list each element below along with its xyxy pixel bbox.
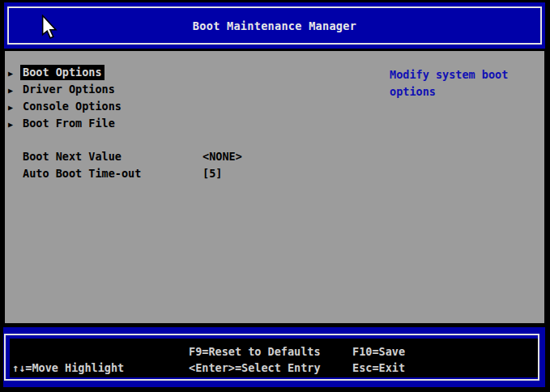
right-arrow-icon: ▶ xyxy=(8,100,13,114)
hint-exit: Esc=Exit xyxy=(352,361,405,374)
bios-screen: Boot Maintenance Manager ▶ Boot Options … xyxy=(0,0,550,392)
menu-item-label: Driver Options xyxy=(23,83,115,96)
page-title: Boot Maintenance Manager xyxy=(193,19,356,32)
title-bar: Boot Maintenance Manager xyxy=(4,2,545,49)
help-text: Modify system boot options xyxy=(390,66,518,100)
mouse-cursor-icon xyxy=(41,15,58,42)
field-label: Auto Boot Time-out xyxy=(23,167,141,181)
menu-item-console-options[interactable]: ▶ Console Options xyxy=(5,100,544,114)
right-arrow-icon: ▶ xyxy=(8,83,13,97)
field-value: <NONE> xyxy=(203,150,242,164)
footer-bar: ↑↓=Move Highlight F9=Reset to Defaults <… xyxy=(3,327,545,387)
hint-select-entry: <Enter>=Select Entry xyxy=(189,361,321,374)
field-boot-next-value[interactable]: Boot Next Value <NONE> xyxy=(5,150,544,164)
field-auto-boot-timeout[interactable]: Auto Boot Time-out [5] xyxy=(5,167,544,181)
hint-reset-defaults: F9=Reset to Defaults xyxy=(189,345,321,358)
menu-item-label: Boot From File xyxy=(23,117,115,130)
menu-item-label: Boot Options xyxy=(20,65,104,80)
menu-item-boot-from-file[interactable]: ▶ Boot From File xyxy=(5,117,544,131)
hint-move-highlight: ↑↓=Move Highlight xyxy=(12,361,124,374)
right-arrow-icon: ▶ xyxy=(8,117,13,131)
menu-item-label: Console Options xyxy=(23,100,122,113)
field-value: [5] xyxy=(203,167,222,181)
right-arrow-icon: ▶ xyxy=(8,66,13,80)
field-label: Boot Next Value xyxy=(23,150,122,164)
content-area: ▶ Boot Options ▶ Driver Options ▶ Consol… xyxy=(5,51,544,323)
hint-save: F10=Save xyxy=(352,345,405,358)
